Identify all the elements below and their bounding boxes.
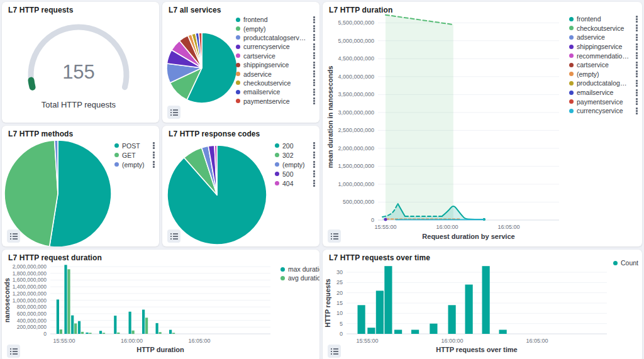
legend-item[interactable]: shippingservice	[569, 42, 640, 52]
bar-max duration[interactable]	[71, 316, 74, 334]
bar-Count[interactable]	[411, 330, 419, 334]
legend-actions-icon[interactable]	[311, 70, 317, 78]
legend-actions-icon[interactable]	[634, 61, 640, 69]
legend-label[interactable]: adservice	[243, 70, 306, 78]
legend-actions-icon[interactable]	[311, 25, 317, 33]
legend-label[interactable]: frontend	[243, 16, 306, 23]
legend-actions-icon[interactable]	[311, 52, 317, 60]
legend-item[interactable]: 500	[275, 169, 317, 179]
legend-actions-icon[interactable]	[634, 52, 640, 60]
legend-actions-icon[interactable]	[634, 89, 640, 97]
legend-label[interactable]: (empty)	[282, 161, 306, 168]
legend-item[interactable]: cartservice	[569, 60, 640, 70]
pie-slice-POST[interactable]	[50, 140, 111, 246]
bar-Count[interactable]	[376, 290, 384, 334]
legend-toggle-button[interactable]	[167, 229, 180, 243]
bar-avg duration[interactable]	[103, 333, 105, 334]
legend-label[interactable]: productcatalogservice	[243, 34, 306, 41]
legend-item[interactable]: currencyservice	[569, 106, 640, 116]
legend-item[interactable]: checkoutservice	[236, 79, 317, 87]
legend-label[interactable]: 302	[282, 152, 306, 159]
bar-Count[interactable]	[358, 305, 365, 334]
legend-item[interactable]: 404	[275, 179, 317, 188]
legend-label[interactable]: avg duration	[288, 274, 319, 282]
bar-Count[interactable]	[448, 305, 456, 334]
bar-Count[interactable]	[367, 328, 375, 334]
legend-actions-icon[interactable]	[634, 15, 640, 23]
legend-actions-icon[interactable]	[311, 179, 317, 187]
legend-item[interactable]: checkoutservice	[569, 24, 640, 33]
legend-actions-icon[interactable]	[311, 43, 317, 51]
legend-label[interactable]: paymentservice	[243, 97, 306, 105]
legend-label[interactable]: adservice	[577, 33, 629, 41]
bar-avg duration[interactable]	[67, 269, 70, 334]
bar-Count[interactable]	[499, 330, 507, 334]
legend-label[interactable]: currencyservice	[577, 107, 629, 114]
legend-item[interactable]: cartservice	[236, 52, 317, 60]
legend-label[interactable]: Count	[621, 259, 638, 267]
legend-item[interactable]: paymentservice	[236, 97, 317, 106]
legend-actions-icon[interactable]	[151, 151, 157, 159]
legend-item[interactable]: paymentservice	[569, 97, 640, 106]
legend-label[interactable]: emailservice	[243, 88, 306, 96]
legend-label[interactable]: max duration	[288, 265, 319, 273]
legend-label[interactable]: shippingservice	[243, 61, 306, 69]
legend-item[interactable]: GET	[114, 150, 157, 160]
legend-item[interactable]: POST	[114, 141, 157, 150]
legend-label[interactable]: (empty)	[243, 25, 306, 33]
legend-item[interactable]: avg duration	[280, 273, 319, 282]
legend-actions-icon[interactable]	[311, 97, 317, 105]
legend-actions-icon[interactable]	[634, 107, 640, 115]
legend-toggle-button[interactable]	[167, 106, 180, 119]
legend-item[interactable]: productcatalogservice	[236, 33, 317, 42]
legend-label[interactable]: checkoutservice	[577, 25, 629, 32]
legend-item[interactable]: recommendationservice	[569, 51, 640, 60]
legend-actions-icon[interactable]	[311, 16, 317, 24]
bar-avg duration[interactable]	[132, 331, 135, 334]
legend-label[interactable]: productcatalogservice	[577, 79, 629, 87]
bar-avg duration[interactable]	[117, 333, 119, 334]
legend-label[interactable]: cartservice	[243, 52, 306, 60]
bar-max duration[interactable]	[78, 321, 80, 334]
legend-item[interactable]: emailservice	[236, 87, 317, 96]
legend-actions-icon[interactable]	[311, 160, 317, 168]
legend-item[interactable]: shippingservice	[236, 60, 317, 69]
legend-item[interactable]: (empty)	[236, 24, 317, 33]
bar-max duration[interactable]	[99, 331, 102, 334]
legend-label[interactable]: checkoutservice	[243, 79, 306, 87]
bar-max duration[interactable]	[114, 316, 116, 334]
legend-item[interactable]: frontend	[569, 14, 640, 24]
bar-avg duration[interactable]	[74, 323, 77, 334]
legend-item[interactable]: (empty)	[569, 70, 640, 79]
bar-max duration[interactable]	[156, 323, 158, 334]
legend-label[interactable]: POST	[122, 142, 146, 150]
legend-label[interactable]: (empty)	[577, 70, 629, 78]
legend-label[interactable]: GET	[122, 152, 146, 159]
legend-actions-icon[interactable]	[311, 151, 317, 159]
legend-actions-icon[interactable]	[151, 160, 157, 168]
legend-label[interactable]: frontend	[577, 15, 629, 23]
legend-label[interactable]: (empty)	[122, 161, 146, 168]
bar-avg duration[interactable]	[60, 329, 62, 334]
bar-avg duration[interactable]	[145, 318, 148, 334]
legend-toggle-button[interactable]	[7, 345, 20, 358]
legend-item[interactable]: adservice	[569, 33, 640, 42]
legend-actions-icon[interactable]	[311, 141, 317, 150]
legend-item[interactable]: adservice	[236, 69, 317, 78]
legend-item[interactable]: productcatalogservice	[569, 79, 640, 88]
bar-max duration[interactable]	[129, 312, 131, 334]
legend-actions-icon[interactable]	[311, 33, 317, 41]
legend-actions-icon[interactable]	[634, 43, 640, 51]
legend-label[interactable]: cartservice	[577, 61, 629, 69]
legend-actions-icon[interactable]	[634, 33, 640, 41]
bar-avg duration[interactable]	[89, 333, 91, 334]
bar-max duration[interactable]	[169, 330, 172, 334]
legend-actions-icon[interactable]	[311, 79, 317, 87]
bar-avg duration[interactable]	[172, 333, 175, 334]
legend-item[interactable]: frontend	[236, 15, 317, 24]
legend-actions-icon[interactable]	[311, 61, 317, 69]
bar-max duration[interactable]	[86, 333, 88, 334]
legend-label[interactable]: 500	[282, 170, 306, 178]
legend-label[interactable]: emailservice	[577, 89, 629, 96]
legend-actions-icon[interactable]	[634, 24, 640, 32]
